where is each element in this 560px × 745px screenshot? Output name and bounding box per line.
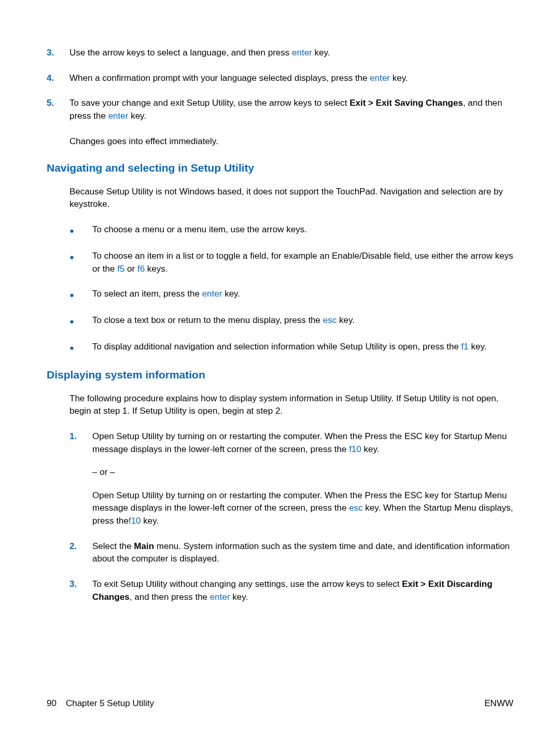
exit-saving-changes: Exit > Exit Saving Changes xyxy=(349,98,463,108)
text: key. xyxy=(222,289,240,299)
step1-para2: Open Setup Utility by turning on or rest… xyxy=(92,489,513,528)
system-info-steps: 1. Open Setup Utility by turning on or r… xyxy=(69,430,513,603)
section1-intro: Because Setup Utility is not Windows bas… xyxy=(69,186,513,211)
text: key. xyxy=(128,111,146,121)
text: Changes goes into effect immediately. xyxy=(69,136,218,146)
bullet-icon: ● xyxy=(69,250,92,275)
text: key. xyxy=(312,48,330,58)
step-body: When a confirmation prompt with your lan… xyxy=(69,72,513,85)
text: , and then press the xyxy=(130,592,210,602)
text: Open Setup Utility by turning on or rest… xyxy=(92,431,507,454)
or-separator: – or – xyxy=(92,466,513,479)
bullet-body: To choose a menu or a menu item, use the… xyxy=(92,223,513,237)
bullet-body: To select an item, press the enter key. xyxy=(92,288,513,302)
text: key. xyxy=(390,73,408,83)
navigation-bullets: ● To choose a menu or a menu item, use t… xyxy=(69,223,513,355)
text: menu. System information such as the sys… xyxy=(92,541,510,564)
text: key. xyxy=(361,444,380,454)
chapter-label: Chapter 5 Setup Utility xyxy=(66,698,154,709)
f10-key: f10 xyxy=(349,444,361,454)
bullet-item: ● To close a text box or return to the m… xyxy=(69,314,513,328)
text: To exit Setup Utility without changing a… xyxy=(92,579,402,589)
bullet-icon: ● xyxy=(69,288,92,302)
f1-key: f1 xyxy=(461,342,469,352)
section-navigating-body: Because Setup Utility is not Windows bas… xyxy=(47,186,513,355)
enter-key: enter xyxy=(202,289,222,299)
bullet-item: ● To choose a menu or a menu item, use t… xyxy=(69,223,513,237)
page-number: 90 xyxy=(47,698,57,709)
step-body: To save your change and exit Setup Utili… xyxy=(69,97,513,122)
page-footer: 90 Chapter 5 Setup Utility ENWW xyxy=(47,698,513,709)
step-number: 1. xyxy=(69,430,92,528)
f10-key: f10 xyxy=(129,516,141,526)
enter-key: enter xyxy=(292,48,312,58)
bullet-item: ● To select an item, press the enter key… xyxy=(69,288,513,302)
enter-key: enter xyxy=(108,111,129,121)
text: key. xyxy=(469,342,487,352)
text: key. xyxy=(230,592,248,602)
main-menu: Main xyxy=(134,541,154,551)
step-2: 2. Select the Main menu. System informat… xyxy=(69,540,513,566)
f5-key: f5 xyxy=(117,264,124,274)
bullet-body: To choose an item in a list or to toggle… xyxy=(92,250,513,275)
continued-steps-list: 3. Use the arrow keys to select a langua… xyxy=(47,47,513,123)
section2-intro: The following procedure explains how to … xyxy=(69,392,513,418)
f6-key: f6 xyxy=(137,264,145,274)
text: keys. xyxy=(145,264,167,274)
bullet-item: ● To choose an item in a list or to togg… xyxy=(69,250,513,275)
bullet-icon: ● xyxy=(69,341,92,355)
enter-key: enter xyxy=(210,592,230,602)
step-1: 1. Open Setup Utility by turning on or r… xyxy=(69,430,513,528)
text: Select the xyxy=(92,541,134,551)
bullet-icon: ● xyxy=(69,314,92,328)
step-number: 3. xyxy=(69,578,92,603)
text: or xyxy=(124,264,137,274)
text: To select an item, press the xyxy=(92,289,202,299)
step-4: 4. When a confirmation prompt with your … xyxy=(47,72,513,85)
text: When a confirmation prompt with your lan… xyxy=(69,73,370,83)
step-number: 3. xyxy=(47,47,69,60)
esc-key: esc xyxy=(349,503,362,513)
text: key. xyxy=(337,315,355,325)
text: To display additional navigation and sel… xyxy=(92,342,461,352)
text: Use the arrow keys to select a language,… xyxy=(69,48,292,58)
step-number: 5. xyxy=(47,97,69,122)
bullet-item: ● To display additional navigation and s… xyxy=(69,341,513,355)
text: key. xyxy=(141,516,159,526)
text: To save your change and exit Setup Utili… xyxy=(69,98,349,108)
changes-note: Changes goes into effect immediately. xyxy=(47,135,513,148)
step-body: Open Setup Utility by turning on or rest… xyxy=(92,430,513,528)
bullet-icon: ● xyxy=(69,223,92,237)
bullet-body: To close a text box or return to the men… xyxy=(92,314,513,328)
step-body: To exit Setup Utility without changing a… xyxy=(92,578,513,603)
text: To close a text box or return to the men… xyxy=(92,315,323,325)
step-3: 3. Use the arrow keys to select a langua… xyxy=(47,47,513,60)
content-area: 3. Use the arrow keys to select a langua… xyxy=(47,47,513,603)
step-number: 4. xyxy=(47,72,69,85)
page: 3. Use the arrow keys to select a langua… xyxy=(0,0,560,745)
heading-displaying: Displaying system information xyxy=(47,367,513,383)
enter-key: enter xyxy=(370,73,390,83)
heading-navigating: Navigating and selecting in Setup Utilit… xyxy=(47,160,513,176)
step-5: 5. To save your change and exit Setup Ut… xyxy=(47,97,513,122)
section-displaying-body: The following procedure explains how to … xyxy=(47,392,513,604)
text: To choose a menu or a menu item, use the… xyxy=(92,224,307,234)
step-3: 3. To exit Setup Utility without changin… xyxy=(69,578,513,603)
step1-para1: Open Setup Utility by turning on or rest… xyxy=(92,430,513,456)
step-number: 2. xyxy=(69,540,92,566)
step-body: Select the Main menu. System information… xyxy=(92,540,513,566)
esc-key: esc xyxy=(323,315,337,325)
footer-right: ENWW xyxy=(484,698,513,709)
bullet-body: To display additional navigation and sel… xyxy=(92,341,513,355)
step-body: Use the arrow keys to select a language,… xyxy=(69,47,513,60)
footer-left: 90 Chapter 5 Setup Utility xyxy=(47,698,154,709)
